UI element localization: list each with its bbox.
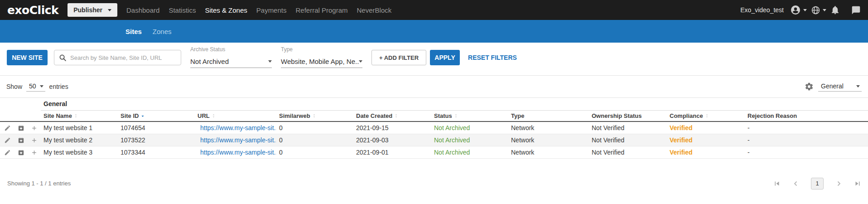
column-label: Ownership Status [592, 112, 642, 119]
edit-site-button[interactable] [0, 146, 14, 158]
nav-item-statistics[interactable]: Statistics [164, 6, 200, 14]
column-label: Compliance [670, 112, 703, 119]
support-chat-icon [851, 5, 861, 15]
cell-similarweb: 0 [276, 146, 353, 158]
column-header-date-created[interactable]: Date Created [353, 110, 431, 121]
column-group-row: General [0, 98, 868, 110]
publisher-role-selector[interactable]: Publisher [68, 3, 117, 17]
exoclick-logo[interactable]: exoClick [7, 4, 58, 17]
column-header-url[interactable]: URL [195, 110, 276, 121]
cell-site-name: My test website 3 [41, 146, 118, 158]
pencil-icon [4, 149, 11, 156]
type-value: Website, Mobile App, Ne... [281, 58, 359, 65]
expand-site-button[interactable] [27, 134, 41, 146]
first-page-icon [773, 180, 781, 188]
pagination: 1 [773, 178, 862, 189]
plus-icon [31, 125, 38, 131]
column-header-compliance[interactable]: Compliance [667, 110, 745, 121]
column-header-row: Site Name Site ID URL Similarweb Date Cr… [0, 110, 868, 121]
username-label[interactable]: Exo_video_test [740, 6, 784, 14]
table-settings-cluster: General [805, 82, 863, 92]
edit-site-button[interactable] [0, 134, 14, 146]
table-row: My test website 3 1073344 https://www.my… [0, 146, 868, 158]
cell-site-name: My test website 1 [41, 121, 118, 134]
cell-rejection-reason: - [745, 134, 868, 146]
column-header-similarweb[interactable]: Similarweb [276, 110, 353, 121]
apply-button[interactable]: APPLY [430, 50, 460, 65]
account-menu[interactable] [790, 5, 807, 15]
actions-header [0, 110, 14, 121]
sort-icon [704, 113, 709, 118]
language-menu[interactable] [811, 5, 826, 15]
sites-table: General Site Name Site ID URL Similarweb [0, 98, 868, 159]
actions-header [14, 110, 27, 121]
column-label: Similarweb [279, 112, 310, 119]
column-label: Type [511, 112, 524, 119]
column-header-ownership-status: Ownership Status [589, 110, 667, 121]
column-label: URL [198, 112, 210, 119]
next-page-button[interactable] [834, 180, 843, 188]
column-header-site-id[interactable]: Site ID [118, 110, 195, 121]
archive-icon [18, 125, 24, 131]
column-header-site-name[interactable]: Site Name [41, 110, 118, 121]
nav-item-payments[interactable]: Payments [252, 6, 291, 14]
exoclick-admin-app: exoClick Publisher Dashboard Statistics … [0, 0, 868, 204]
cell-ownership-status: Not Verified [589, 146, 667, 158]
archive-site-button[interactable] [14, 134, 27, 146]
reset-filters-button[interactable]: RESET FILTERS [468, 50, 517, 65]
previous-page-button[interactable] [792, 180, 800, 188]
column-preset-value: General [821, 83, 844, 90]
nav-item-referral-program[interactable]: Referral Program [291, 6, 352, 14]
cell-similarweb: 0 [276, 134, 353, 146]
page-size-select[interactable]: 50 [26, 82, 45, 92]
expand-site-button[interactable] [27, 121, 41, 134]
table-settings-gear-icon[interactable] [805, 82, 814, 91]
cell-site-id: 1073344 [118, 146, 195, 158]
last-page-button[interactable] [854, 180, 862, 188]
nav-item-neverblock[interactable]: NeverBlock [352, 6, 396, 14]
cell-site-name: My test website 2 [41, 134, 118, 146]
column-preset-select[interactable]: General [818, 82, 862, 92]
support-chat-button[interactable] [851, 5, 861, 15]
search-input[interactable] [70, 54, 176, 61]
cell-compliance: Verified [667, 146, 745, 158]
cell-site-id: 1074654 [118, 121, 195, 134]
table-footer: Showing 1 - 1 / 1 entries 1 [0, 177, 868, 190]
expand-site-button[interactable] [27, 146, 41, 158]
nav-item-dashboard[interactable]: Dashboard [122, 6, 164, 14]
site-url-link[interactable]: https://www.my-sample-sit... [200, 124, 276, 131]
new-site-button[interactable]: NEW SITE [7, 50, 48, 65]
archive-site-button[interactable] [14, 121, 27, 134]
cell-status: Not Archived [431, 134, 508, 146]
first-page-button[interactable] [773, 180, 781, 188]
cell-similarweb: 0 [276, 121, 353, 134]
type-select[interactable]: Website, Mobile App, Ne... [281, 55, 362, 68]
site-url-link[interactable]: https://www.my-sample-sit... [200, 149, 276, 156]
entries-summary: Showing 1 - 1 / 1 entries [7, 180, 71, 187]
current-page-indicator[interactable]: 1 [811, 178, 824, 189]
chevron-down-icon [268, 60, 272, 63]
tab-sites[interactable]: Sites [120, 28, 147, 35]
sort-icon [394, 113, 399, 118]
archive-status-select[interactable]: Not Archived [190, 55, 272, 68]
column-header-status[interactable]: Status [431, 110, 508, 121]
last-page-icon [854, 180, 862, 188]
notifications-button[interactable] [830, 5, 840, 15]
plus-icon [31, 137, 38, 144]
type-filter: Type Website, Mobile App, Ne... [281, 46, 362, 68]
tab-zones[interactable]: Zones [147, 28, 177, 35]
chevron-down-icon [823, 9, 826, 11]
archive-site-button[interactable] [14, 146, 27, 158]
column-label: Site ID [121, 112, 139, 119]
show-label: Show [6, 83, 22, 90]
main-nav: Dashboard Statistics Sites & Zones Payme… [122, 6, 396, 14]
edit-site-button[interactable] [0, 121, 14, 134]
publisher-role-label: Publisher [73, 6, 102, 14]
site-url-link[interactable]: https://www.my-sample-sit... [200, 136, 276, 144]
cell-compliance: Verified [667, 121, 745, 134]
cell-url: https://www.my-sample-sit... [195, 134, 276, 146]
cell-status: Not Archived [431, 146, 508, 158]
add-filter-button[interactable]: + ADD FILTER [371, 50, 426, 65]
list-controls-row: Show 50 entries General [0, 75, 868, 98]
nav-item-sites-zones[interactable]: Sites & Zones [200, 6, 251, 14]
